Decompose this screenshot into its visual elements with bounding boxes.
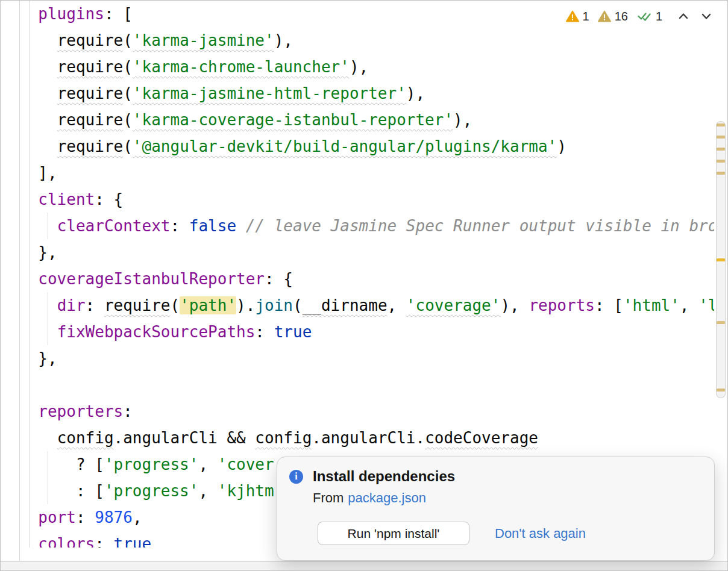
info-icon: i [289,470,303,484]
warning-count: 1 [583,10,589,23]
run-npm-install-button[interactable]: Run 'npm install' [318,522,469,545]
code-token: ( [123,31,133,49]
code-token: client [38,190,95,208]
code-token: ( [123,58,133,76]
package-json-link[interactable]: package.json [348,490,426,506]
stripe-mark[interactable] [717,388,725,392]
stripe-mark[interactable] [717,172,725,175]
code-token: ( [123,84,133,102]
code-line: coverageIstanbulReporter: { [19,266,728,292]
code-token: clearContext [57,217,171,235]
chevron-down-icon[interactable] [700,10,713,23]
code-token: reports [529,296,595,314]
double-check-icon [636,10,652,22]
weak-warning-icon [598,10,611,22]
code-token: .angularCli && [114,429,256,447]
code-token: ), [350,58,368,76]
code-token: 'coverage' [406,296,501,314]
code-token: require [57,137,124,155]
code-line: client: { [19,186,728,213]
code-line: }, [19,239,728,266]
code-token: , [133,508,142,526]
code-token: 'path' [180,296,236,314]
code-line [19,372,728,398]
code-token: ), [406,84,425,102]
code-token: : [ [595,296,623,314]
stripe-mark[interactable] [717,160,725,163]
popup-header: i Install dependencies [289,468,702,485]
code-token: true [114,535,152,548]
stripe-mark[interactable] [717,148,725,151]
code-token: .angularCli. [312,429,425,447]
stripe-mark[interactable] [717,321,725,324]
code-token: : [86,296,104,314]
stripe-mark[interactable] [717,123,725,126]
chevron-up-icon[interactable] [677,10,690,23]
code-token: join [255,296,293,314]
code-token [236,217,246,235]
code-token: ( [170,296,180,314]
weak-warning-count: 16 [615,10,628,23]
code-token: : [170,217,189,235]
code-line: ], [19,160,728,186]
from-label: From [313,490,344,506]
code-line: require('karma-chrome-launcher'), [19,54,728,80]
code-token: , [198,482,217,500]
stripe-mark[interactable] [717,136,725,139]
code-token: require [104,296,171,314]
code-token: fixWebpackSourcePaths [57,323,256,341]
stripe-mark[interactable] [717,258,725,261]
code-token: 9876 [95,508,133,526]
code-token: config [255,429,312,447]
code-token: require [57,31,124,49]
code-line: reporters: [19,398,728,425]
code-token: , [680,296,698,314]
code-token: require [57,111,124,129]
ide-editor-window: plugins: [ require('karma-jasmine'), req… [0,0,728,571]
dont-ask-again-link[interactable]: Don't ask again [495,526,586,541]
code-line: fixWebpackSourcePaths: true [19,319,728,345]
code-token: ), [453,111,472,129]
ok-count: 1 [656,10,662,23]
code-token: ). [236,296,255,314]
code-token: : [76,508,95,526]
warning-indicator[interactable]: 1 [566,10,589,23]
code-token: ( [123,137,133,155]
code-token: 'html' [623,296,680,314]
code-token: dir [57,296,86,314]
popup-subtitle: From package.json [313,490,702,506]
code-token: ), [500,296,529,314]
code-line: clearContext: false // leave Jasmine Spe… [19,213,728,239]
code-token: __dirname [303,296,388,314]
code-token: , [388,296,406,314]
problem-navigation [677,10,713,23]
code-token: ( [123,111,133,129]
code-token: 'karma-chrome-launcher' [133,58,350,76]
code-token: 'progress' [104,482,199,500]
code-token: colors [38,535,95,548]
install-dependencies-popup: i Install dependencies From package.json… [277,457,715,561]
code-token: false [189,217,236,235]
code-token: }, [38,349,57,367]
code-token: 'karma-jasmine-html-reporter' [133,84,406,102]
code-token: : [ [104,5,133,23]
code-token: 'kjhtm [218,482,274,500]
code-token: : [255,323,274,341]
code-line: require('karma-coverage-istanbul-reporte… [19,107,728,133]
code-token: ? [ [76,455,104,473]
code-token: ), [274,31,293,49]
code-token: require [57,84,124,102]
code-token: require [57,58,124,76]
code-token: true [274,323,312,341]
error-stripe [714,1,727,563]
warning-icon [566,10,579,22]
code-token: : [95,535,113,548]
code-token: ) [557,137,566,155]
code-token: // leave Jasmine Spec Runner output visi… [246,217,718,235]
code-token: port [38,508,76,526]
code-token: 'karma-coverage-istanbul-reporter' [133,111,453,129]
inspections-widget[interactable]: 1 16 1 [563,8,716,25]
weak-warning-indicator[interactable]: 16 [598,10,628,23]
ok-indicator[interactable]: 1 [636,10,662,23]
code-line: config.angularCli && config.angularCli.c… [19,425,728,451]
